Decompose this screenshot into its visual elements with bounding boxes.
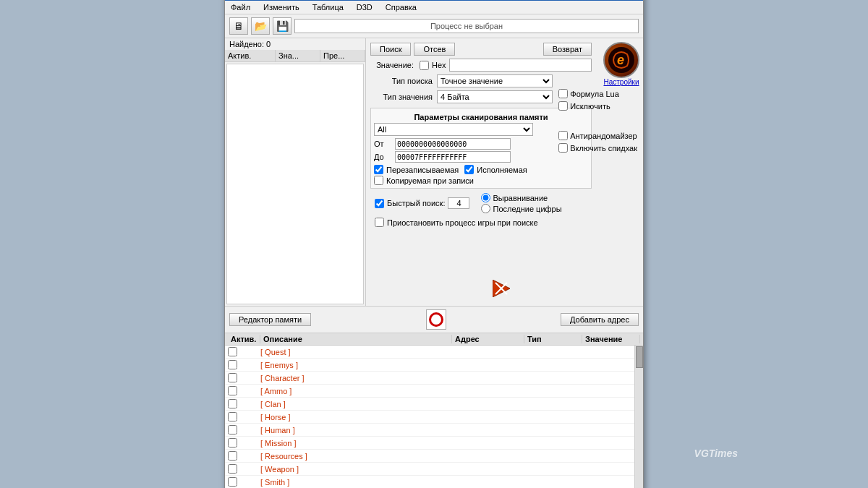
menu-file[interactable]: Файл (228, 2, 253, 12)
settings-link[interactable]: Настройки (603, 78, 639, 86)
row-desc: [ Enemys ] (260, 361, 443, 369)
row-active-cell (228, 451, 260, 461)
return-button[interactable]: Возврат (543, 43, 592, 56)
th-active: Актив. (228, 335, 260, 343)
row-desc: [ Weapon ] (260, 465, 443, 474)
row-checkbox[interactable] (228, 399, 237, 408)
th-desc: Описание (260, 335, 452, 343)
last-digits-radio[interactable] (481, 204, 490, 213)
fast-search-area: Быстрый поиск: Выравнивание Последние ци… (375, 193, 592, 213)
save-button[interactable]: 💾 (273, 17, 292, 35)
speedhack-row: Включить спидхак (558, 143, 637, 153)
exec-label: Исполняемая (477, 166, 527, 174)
menubar: Файл Изменить Таблица D3D Справка (225, 1, 643, 14)
row-checkbox[interactable] (228, 373, 237, 382)
speedhack-checkbox[interactable] (558, 143, 568, 153)
to-input[interactable] (395, 151, 511, 163)
row-checkbox[interactable] (228, 438, 237, 448)
hex-checkbox[interactable] (420, 61, 429, 70)
copy-checkbox[interactable] (374, 176, 383, 185)
table-row[interactable]: [ Weapon ] (225, 463, 634, 476)
row-checkbox[interactable] (228, 477, 237, 487)
table-row[interactable]: [ Smith ] (225, 476, 634, 488)
table-row[interactable]: [ Human ] (225, 424, 634, 437)
row-active-cell (228, 412, 260, 421)
antirandom-checkbox[interactable] (558, 131, 568, 140)
exec-checkbox[interactable] (464, 165, 474, 174)
value-label: Значение: (370, 61, 414, 69)
mem-all-select[interactable]: All (374, 123, 533, 136)
filter-button[interactable]: Отсев (414, 43, 455, 56)
ce-logo: e (603, 42, 639, 78)
table-row[interactable]: [ Ammo ] (225, 385, 634, 398)
speedhack-label: Включить спидхак (570, 144, 637, 153)
fast-search-checkbox[interactable] (375, 199, 384, 208)
table-row[interactable]: [ Horse ] (225, 411, 634, 424)
fast-value-input[interactable] (448, 197, 469, 209)
lua-formula-checkbox[interactable] (558, 89, 568, 98)
rewrite-row: Перезаписываемая (374, 165, 459, 174)
value-type-select[interactable]: 4 Байта (437, 90, 553, 103)
last-digits-label: Последние цифры (493, 205, 561, 213)
table-row[interactable]: [ Clan ] (225, 398, 634, 411)
row-checkbox[interactable] (228, 386, 237, 395)
add-address-button[interactable]: Добавить адрес (561, 313, 639, 326)
row-active-cell (228, 386, 260, 395)
row-active-cell (228, 373, 260, 382)
row-checkbox[interactable] (228, 412, 237, 421)
open-button[interactable]: 📂 (251, 17, 270, 35)
suspend-checkbox[interactable] (375, 218, 384, 227)
align-radio[interactable] (481, 193, 490, 202)
search-button[interactable]: Поиск (370, 43, 411, 56)
value-row: Значение: Hex (370, 59, 592, 72)
found-label: Найдено: 0 (225, 38, 365, 50)
process-label[interactable]: Процесс не выбран (294, 19, 639, 33)
scroll-thumb[interactable] (636, 346, 643, 368)
scrollbar[interactable] (634, 346, 643, 488)
stop-button[interactable] (426, 309, 446, 330)
exclude-checkbox[interactable] (558, 101, 568, 111)
rewrite-checkbox[interactable] (374, 165, 383, 174)
col-val: Зна... (276, 50, 320, 61)
col-prev: Пре... (320, 50, 365, 61)
row-checkbox[interactable] (228, 347, 237, 356)
table-row[interactable]: [ Quest ] (225, 346, 634, 359)
row-checkbox[interactable] (228, 451, 237, 461)
table-row[interactable]: [ Character ] (225, 372, 634, 385)
row-desc: [ Human ] (260, 426, 443, 435)
value-type-label: Тип значения (375, 93, 433, 101)
right-panel: e Настройки Поиск Отсев Возврат Значение… (366, 38, 643, 306)
row-desc: [ Resources ] (260, 452, 443, 461)
logo-area: e Настройки (603, 42, 639, 86)
row-checkbox[interactable] (228, 464, 237, 474)
row-checkbox[interactable] (228, 425, 237, 435)
value-input[interactable] (449, 59, 592, 72)
last-digits-row: Последние цифры (481, 204, 561, 213)
menu-table[interactable]: Таблица (310, 2, 346, 12)
mem-scan-title: Параметры сканирования памяти (374, 113, 588, 121)
from-input[interactable] (395, 138, 511, 150)
exclude-label: Исключить (570, 102, 610, 111)
scan-type-label: Тип поиска (375, 77, 433, 85)
menu-help[interactable]: Справка (383, 2, 420, 12)
scan-type-select[interactable]: Точное значение (437, 74, 553, 87)
exclude-row: Исключить (558, 101, 637, 111)
fast-search-label: Быстрый поиск: (387, 199, 445, 207)
stop-icon (429, 312, 443, 327)
list-header: Актив. Зна... Пре... (225, 50, 365, 62)
table-row[interactable]: [ Enemys ] (225, 359, 634, 372)
process-button[interactable]: 🖥 (229, 17, 248, 35)
table-row[interactable]: [ Resources ] (225, 450, 634, 463)
row-active-cell (228, 477, 260, 487)
to-label: До (374, 153, 392, 161)
antirandom-row: Антирандомайзер (558, 131, 637, 140)
memory-editor-button[interactable]: Редактор памяти (229, 313, 311, 326)
antirandom-label: Антирандомайзер (570, 132, 637, 140)
row-checkbox[interactable] (228, 360, 237, 369)
to-row: До (374, 151, 588, 163)
menu-d3d[interactable]: D3D (354, 2, 375, 12)
th-type: Тип (524, 335, 582, 343)
table-row[interactable]: [ Mission ] (225, 437, 634, 450)
col-addr: Актив. (225, 50, 276, 61)
menu-edit[interactable]: Изменить (260, 2, 302, 12)
